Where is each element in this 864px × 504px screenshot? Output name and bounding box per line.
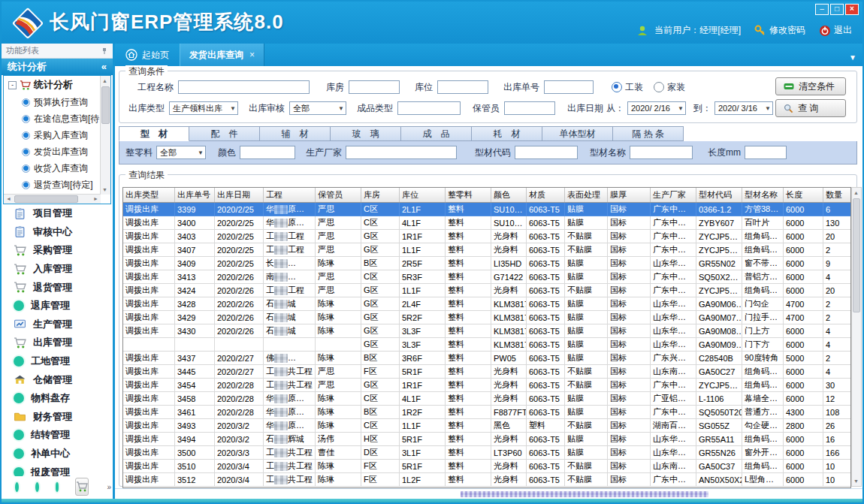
tab-overflow-icon[interactable]: ▼ xyxy=(849,53,856,62)
module-dot-icon[interactable] xyxy=(56,482,59,492)
tree-item[interactable]: 采购入库查询 xyxy=(4,127,101,143)
material-tab-6[interactable]: 耗 材 xyxy=(472,126,542,141)
sidebar-item-退库管理[interactable]: 退库管理 xyxy=(3,297,111,315)
product-type-input[interactable] xyxy=(397,101,461,115)
scroll-down-icon[interactable]: ▼ xyxy=(852,477,860,485)
sidebar-item-报废管理[interactable]: 报废管理 xyxy=(3,463,111,476)
sidebar-item-仓储管理[interactable]: 仓储管理 xyxy=(3,370,111,389)
radio-jiazhuang[interactable] xyxy=(654,82,664,92)
column-header[interactable]: 出库单号 xyxy=(175,188,215,203)
whole-part-select[interactable]: 全部▼ xyxy=(156,146,206,159)
minimize-button[interactable]: – xyxy=(815,4,829,15)
table-row[interactable]: 调拨出库34612020/2/28华原…陈琳B区1R2F整料F8877FT606… xyxy=(123,406,851,419)
column-header[interactable]: 数量 xyxy=(823,188,852,203)
sidebar-item-补单中心[interactable]: 补单中心 xyxy=(3,445,111,463)
table-row[interactable]: 调拨出库34302020/2/26石城陈琳G区3L3F整料KLM38176063… xyxy=(123,324,851,338)
profile-code-input[interactable] xyxy=(515,146,578,159)
table-row[interactable]: 调拨出库34292020/2/26石城陈琳G区5R2F整料KLM38176063… xyxy=(123,311,851,324)
column-header[interactable]: 保管员 xyxy=(316,188,361,203)
sidebar-item-出库管理[interactable]: 出库管理 xyxy=(3,333,111,352)
profile-name-input[interactable] xyxy=(630,146,693,159)
column-header[interactable]: 长度 xyxy=(784,188,823,203)
scroll-left-icon[interactable]: ◄ xyxy=(5,195,13,203)
table-row[interactable]: 调拨出库33992020/2/25华原…严思C区2L1F整料SU10…6063-… xyxy=(123,203,851,216)
sidebar-item-审核中心[interactable]: 审核中心 xyxy=(3,223,111,242)
tab-active[interactable]: 发货出库查询 × xyxy=(180,44,264,66)
project-name-input[interactable] xyxy=(178,80,310,94)
sidebar-item-工地管理[interactable]: 工地管理 xyxy=(3,352,111,371)
radio-gongzhuang[interactable] xyxy=(612,82,622,92)
table-row[interactable]: 调拨出库34942020/3/2石辉城汤伟H区5R1F整料光身料6063-T5贴… xyxy=(123,433,851,446)
scroll-thumb[interactable] xyxy=(14,195,78,203)
tree-root[interactable]: - 统计分析 xyxy=(4,76,101,94)
scroll-up-icon[interactable]: ▲ xyxy=(101,77,109,85)
material-tab-4[interactable]: 玻 璃 xyxy=(331,126,401,141)
sidebar-item-结转管理[interactable]: 结转管理 xyxy=(3,426,111,445)
location-input[interactable] xyxy=(437,80,488,94)
table-row[interactable]: 调拨出库34092020/2/25长…陈琳B区2R5F整料LI35HD6063-… xyxy=(123,257,851,270)
manufacturer-input[interactable] xyxy=(346,146,457,159)
out-type-select[interactable]: 生产领料出库▼ xyxy=(169,101,238,115)
search-button[interactable]: 查 询 xyxy=(775,99,846,117)
table-row[interactable]: 调拨出库34282020/2/26石城陈琳G区2L4F整料KLM38176063… xyxy=(123,297,851,311)
logout-button[interactable]: 退出 xyxy=(819,24,852,37)
material-tab-1[interactable]: 型 材 xyxy=(119,126,189,141)
column-header[interactable]: 出库类型 xyxy=(123,188,175,203)
column-header[interactable]: 表面处理 xyxy=(565,188,608,203)
grid-vertical-scrollbar[interactable]: ▲ ▼ xyxy=(851,187,862,487)
sidebar-item-生产管理[interactable]: 生产管理 xyxy=(3,315,111,334)
table-row[interactable]: 调拨出库35002020/3/3工共工程曹佳D区3L1F整料LT3P606063… xyxy=(123,446,851,460)
column-header[interactable]: 膜厚 xyxy=(608,188,651,203)
column-header[interactable]: 库房 xyxy=(361,188,400,203)
column-header[interactable]: 整零料 xyxy=(446,188,491,203)
module-dot-icon[interactable] xyxy=(15,482,19,492)
table-row[interactable]: 调拨出库34032020/2/25工工程严思G区1R1F整料光身料6063-T5… xyxy=(123,230,851,243)
column-header[interactable]: 型材代码 xyxy=(696,188,742,203)
table-row[interactable]: 调拨出库34542020/2/28工共工程严思G区1R1F整料光身料6063-T… xyxy=(123,379,851,392)
tree-item[interactable]: 预算执行查询 xyxy=(4,94,101,110)
date-to-picker[interactable]: 2020/ 3/16▼ xyxy=(714,101,773,115)
tree-item[interactable]: 收货入库查询 xyxy=(4,160,101,177)
change-password-button[interactable]: 修改密码 xyxy=(754,24,805,37)
column-header[interactable]: 工程 xyxy=(264,188,316,203)
column-header[interactable]: 材质 xyxy=(527,188,565,203)
column-header[interactable]: 生产厂家 xyxy=(651,188,696,203)
tab-close-icon[interactable]: × xyxy=(249,50,255,60)
scroll-up-icon[interactable]: ▲ xyxy=(852,189,860,197)
sidebar-item-项目管理[interactable]: 项目管理 xyxy=(3,204,111,223)
section-header[interactable]: 统计分析 « xyxy=(2,59,113,75)
table-row[interactable]: 调拨出库34452020/2/27工共工程严思F区5R1F整料光身料6063-T… xyxy=(123,365,851,379)
material-tab-2[interactable]: 配 件 xyxy=(189,126,260,141)
scroll-thumb[interactable] xyxy=(101,86,110,124)
table-row[interactable]: 调拨出库34132020/2/26南…严思C区5R3F整料G714226063-… xyxy=(123,270,851,284)
warehouse-input[interactable] xyxy=(349,80,400,94)
table-row[interactable]: 调拨出库35122020/3/4工共工程陈琳F区1L2F整料光身料6063-T5… xyxy=(123,473,851,487)
audit-select[interactable]: 全部▼ xyxy=(289,101,346,115)
keeper-input[interactable] xyxy=(504,101,555,115)
tree-item[interactable]: 发货出库查询 xyxy=(4,143,101,160)
table-row[interactable]: G区3L3F整料KLM38176063-T5贴膜国标山东华…GA90M09…门下… xyxy=(123,338,851,352)
column-header[interactable]: 出库日期 xyxy=(215,188,264,203)
material-tab-3[interactable]: 辅 材 xyxy=(260,126,331,141)
table-row[interactable]: 调拨出库34582020/2/28华原…陈琳C区4L1F整料光身料6063-T5… xyxy=(123,392,851,406)
order-no-input[interactable] xyxy=(544,80,594,94)
tree-item[interactable]: 退货查询[待定] xyxy=(4,177,101,193)
scroll-down-icon[interactable]: ▼ xyxy=(101,186,109,194)
column-header[interactable]: 颜色 xyxy=(491,188,527,203)
material-tab-7[interactable]: 单体型材 xyxy=(542,126,613,141)
sidebar-item-采购管理[interactable]: 采购管理 xyxy=(3,241,111,260)
sidebar-item-物料盘存[interactable]: 物料盘存 xyxy=(3,389,111,408)
table-row[interactable]: 调拨出库34372020/2/27佛…陈琳B区3R6F整料PW056063-T5… xyxy=(123,352,851,365)
close-button[interactable]: × xyxy=(845,4,859,15)
scroll-right-icon[interactable]: ► xyxy=(92,195,100,203)
column-header[interactable]: 库位 xyxy=(400,188,446,203)
tab-home[interactable]: 起始页 xyxy=(115,44,180,66)
tree-expander-icon[interactable]: - xyxy=(8,81,17,89)
sidebar-item-财务管理[interactable]: 财务管理 xyxy=(3,408,111,427)
collapse-icon[interactable]: « xyxy=(101,59,107,75)
table-row[interactable]: 调拨出库34072020/2/25工工程严思G区1L1F整料光身料6063-T5… xyxy=(123,243,851,257)
tree-item[interactable]: 在途信息查询[待 xyxy=(4,110,101,127)
sidebar-item-退货管理[interactable]: 退货管理 xyxy=(3,278,111,297)
scroll-thumb[interactable] xyxy=(853,198,860,312)
table-row[interactable]: 调拨出库34932020/3/2华原…陈琳C区1L1F整料黑色塑料不贴膜国标湖南… xyxy=(123,419,851,433)
